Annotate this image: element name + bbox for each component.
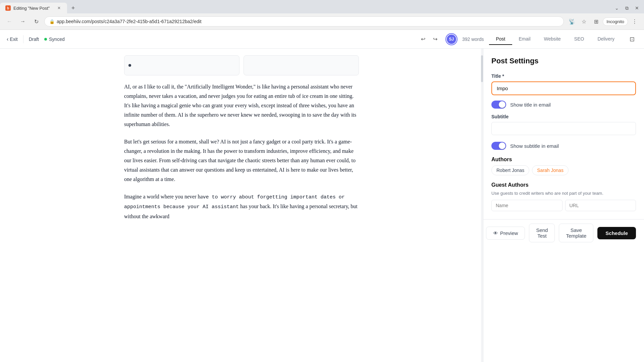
send-test-button[interactable]: Send Test — [529, 224, 555, 242]
nav-tabs: Post Email Website SEO Delivery — [489, 34, 621, 45]
preview-icon: 👁 — [493, 230, 498, 236]
back-button[interactable]: ← — [4, 16, 15, 27]
app-header: ‹ Exit Draft Synced ↩ ↪ SJ 392 words Pos… — [0, 30, 644, 49]
schedule-button[interactable]: Schedule — [597, 227, 636, 239]
cast-icon[interactable]: 📡 — [567, 16, 577, 27]
show-title-toggle-row: Show title in email — [491, 101, 636, 109]
image-card-right — [244, 55, 359, 75]
bullet-point — [128, 64, 131, 67]
new-tab-button[interactable]: + — [68, 3, 78, 13]
show-subtitle-toggle[interactable] — [491, 142, 506, 150]
author-avatar[interactable]: SJ — [446, 34, 457, 45]
show-title-toggle[interactable] — [491, 101, 506, 109]
tab-minimize-button[interactable]: ⌄ — [612, 4, 621, 12]
guest-author-name-input[interactable] — [491, 200, 562, 211]
scrollbar-track[interactable] — [481, 49, 483, 362]
image-card-left — [124, 55, 239, 75]
guest-authors-label: Guest Authors — [491, 182, 636, 188]
exit-arrow-icon: ‹ — [7, 36, 8, 42]
tab-post[interactable]: Post — [489, 34, 512, 45]
bottom-action-bar: 👁 Preview Send Test Save Template Schedu… — [483, 219, 644, 246]
guest-authors-desc: Use guests to credit writers who are not… — [491, 191, 636, 196]
app-container: ‹ Exit Draft Synced ↩ ↪ SJ 392 words Pos… — [0, 30, 644, 362]
browser-chrome: b Editing "New Post" ✕ + ⌄ ⧉ ✕ ← → ↻ 🔒 a… — [0, 0, 644, 30]
profile-label: Incognito — [606, 19, 624, 24]
lock-icon: 🔒 — [49, 19, 55, 24]
synced-label: Synced — [49, 37, 65, 42]
tab-favicon: b — [5, 5, 11, 11]
paragraph-2: But let's get serious for a moment, shal… — [124, 137, 359, 184]
synced-dot-icon — [44, 38, 47, 41]
settings-title: Post Settings — [491, 57, 636, 65]
profile-extensions-icon[interactable]: ⊞ — [591, 16, 601, 27]
word-count: 392 words — [462, 37, 484, 42]
profile-button[interactable]: Incognito — [603, 17, 628, 26]
editor-area[interactable]: AI, or as I like to call it, the "Artifi… — [0, 49, 483, 362]
guest-authors-section: Guest Authors Use guests to credit write… — [491, 182, 636, 211]
tab-seo[interactable]: SEO — [568, 34, 591, 45]
tab-bar: b Editing "New Post" ✕ + ⌄ ⧉ ✕ — [0, 0, 644, 13]
address-bar[interactable]: 🔒 app.beehiiv.com/posts/c24a3a77-2fe2-41… — [44, 16, 564, 26]
tab-close-window-button[interactable]: ✕ — [633, 4, 641, 12]
tab-email[interactable]: Email — [512, 34, 537, 45]
header-divider — [23, 35, 23, 43]
browser-toolbar: ← → ↻ 🔒 app.beehiiv.com/posts/c24a3a77-2… — [0, 13, 644, 29]
exit-label: Exit — [10, 37, 17, 42]
forward-button[interactable]: → — [17, 16, 28, 27]
tab-close-button[interactable]: ✕ — [56, 5, 62, 11]
subtitle-field-label: Subtitle — [491, 114, 636, 119]
bookmark-icon[interactable]: ☆ — [579, 16, 589, 27]
show-subtitle-toggle-row: Show subtitle in email — [491, 142, 636, 150]
title-field-label: Title * — [491, 73, 636, 79]
draft-label: Draft — [29, 37, 39, 42]
tab-title: Editing "New Post" — [13, 6, 50, 11]
preview-button[interactable]: 👁 Preview — [486, 227, 525, 240]
toggle-knob — [499, 101, 505, 108]
authors-section-label: Authors — [491, 157, 636, 163]
tab-website[interactable]: Website — [537, 34, 568, 45]
author-chip-robert[interactable]: Robert Jonas — [491, 165, 529, 175]
main-content: AI, or as I like to call it, the "Artifi… — [0, 49, 644, 362]
active-tab[interactable]: b Editing "New Post" ✕ — [0, 3, 67, 13]
paragraph-3: Imagine a world where you never have to … — [124, 192, 359, 221]
tab-controls: ⌄ ⧉ ✕ — [612, 4, 644, 12]
undo-redo-group: ↩ ↪ — [418, 34, 441, 45]
expand-button[interactable]: ⊡ — [627, 34, 637, 45]
preview-label: Preview — [500, 230, 518, 236]
subtitle-toggle-knob — [499, 142, 505, 149]
redo-button[interactable]: ↪ — [430, 34, 441, 45]
undo-button[interactable]: ↩ — [418, 34, 429, 45]
tab-restore-button[interactable]: ⧉ — [623, 4, 631, 12]
guest-inputs-row — [491, 200, 636, 211]
refresh-button[interactable]: ↻ — [31, 16, 42, 27]
url-text: app.beehiiv.com/posts/c24a3a77-2fe2-415b… — [57, 19, 202, 24]
synced-badge: Synced — [44, 37, 65, 42]
toolbar-icons: 📡 ☆ ⊞ Incognito ⋮ — [567, 16, 640, 27]
draft-badge: Draft — [29, 37, 39, 42]
authors-row: Robert Jonas Sarah Jonas — [491, 165, 636, 175]
title-input[interactable] — [491, 81, 636, 95]
guest-author-url-input[interactable] — [565, 200, 636, 211]
tab-delivery[interactable]: Delivery — [591, 34, 621, 45]
show-subtitle-label: Show subtitle in email — [510, 143, 559, 149]
post-settings-panel: Post Settings Title * Show title in emai… — [483, 49, 644, 219]
subtitle-input[interactable] — [491, 122, 636, 135]
settings-sidebar: Post Settings Title * Show title in emai… — [483, 49, 644, 362]
show-title-label: Show title in email — [510, 102, 551, 108]
more-options-icon[interactable]: ⋮ — [629, 16, 640, 27]
paragraph-1: AI, or as I like to call it, the "Artifi… — [124, 82, 359, 129]
editor-content: AI, or as I like to call it, the "Artifi… — [124, 49, 359, 249]
image-cards-row — [124, 55, 359, 75]
save-template-button[interactable]: Save Template — [559, 224, 593, 242]
exit-button[interactable]: ‹ Exit — [7, 36, 18, 42]
author-chip-sarah[interactable]: Sarah Jonas — [532, 165, 569, 175]
scrollbar-thumb[interactable] — [481, 55, 483, 82]
